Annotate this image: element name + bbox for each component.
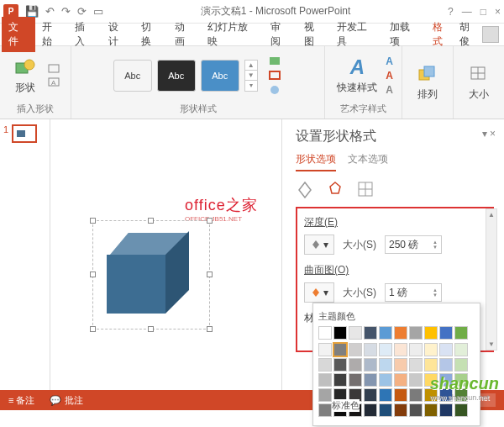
selected-shape[interactable] [92,220,210,329]
redo-icon[interactable]: ↷ [61,5,71,18]
color-swatch[interactable] [379,326,392,340]
color-swatch[interactable] [318,388,332,402]
depth-size-input[interactable]: 250 磅▲▼ [385,235,442,254]
minimize-icon[interactable]: — [462,6,472,18]
shape-outline-icon[interactable] [268,70,283,82]
color-swatch[interactable] [454,326,468,340]
color-swatch[interactable] [333,373,347,387]
handle-s[interactable] [148,326,154,332]
handle-nw[interactable] [90,218,96,224]
color-swatch[interactable] [318,403,332,417]
pane-scrollbar[interactable]: ▲▼ [486,208,497,351]
slide-canvas[interactable]: office之家OFFICE.JB51.NET [50,119,281,390]
color-swatch[interactable] [318,358,332,372]
refresh-icon[interactable]: ⟳ [77,5,87,18]
color-swatch[interactable] [394,388,407,402]
undo-icon[interactable]: ↶ [45,5,55,18]
color-swatch[interactable] [409,343,423,356]
handle-e[interactable] [207,271,213,277]
color-swatch[interactable] [409,388,423,402]
color-swatch[interactable] [394,403,407,417]
touch-icon[interactable]: ▭ [93,5,103,18]
style-preset-1[interactable]: Abc [113,60,152,92]
contour-size-input[interactable]: 1 磅▲▼ [385,283,442,302]
color-swatch[interactable] [379,373,392,387]
color-swatch[interactable] [364,326,377,340]
color-swatch[interactable] [364,343,377,356]
thumbnail-1[interactable]: 1 [3,124,46,143]
handle-w[interactable] [90,271,96,277]
gallery-up-icon[interactable]: ▲ [245,61,257,71]
color-swatch[interactable] [394,373,407,387]
color-swatch[interactable] [379,403,392,417]
pane-tab-shape[interactable]: 形状选项 [296,152,336,171]
color-swatch[interactable] [379,388,392,402]
color-swatch[interactable] [439,343,453,356]
text-effects-icon[interactable]: A [386,84,393,96]
contour-color-button[interactable]: ▾ [304,282,334,303]
size-props-icon[interactable] [356,180,375,198]
color-swatch[interactable] [349,358,362,372]
notes-button[interactable]: ≡ 备注 [8,394,34,407]
color-swatch[interactable] [394,343,407,356]
quick-styles-button[interactable]: A 快速样式 [333,52,381,98]
maximize-icon[interactable]: □ [480,6,486,18]
color-swatch[interactable] [333,326,347,340]
color-swatch[interactable] [318,326,332,340]
color-swatch[interactable] [364,388,377,402]
color-swatch[interactable] [379,358,392,372]
close-icon[interactable]: × [495,6,501,18]
size-button[interactable]: 大小 [462,59,496,105]
color-swatch[interactable] [349,326,362,340]
text-outline-icon[interactable]: A [386,70,393,82]
color-swatch[interactable] [454,358,468,372]
color-swatch[interactable] [439,358,453,372]
user-area[interactable]: 胡俊 [459,20,499,49]
text-fill-icon[interactable]: A [386,55,393,67]
color-swatch[interactable] [333,358,347,372]
handle-se[interactable] [207,326,213,332]
color-swatch[interactable] [409,403,423,417]
color-swatch[interactable] [454,343,468,356]
handle-ne[interactable] [207,218,213,224]
color-swatch[interactable] [364,373,377,387]
text-box-icon[interactable]: A [47,76,62,88]
color-swatch[interactable] [364,358,377,372]
gallery-more-icon[interactable]: ▾ [245,81,257,91]
color-swatch[interactable] [409,326,423,340]
color-swatch[interactable] [454,403,468,417]
depth-color-button[interactable]: ▾ [304,235,334,255]
color-swatch[interactable] [409,358,423,372]
effects-icon[interactable] [326,180,344,198]
color-swatch[interactable] [424,358,438,372]
save-icon[interactable]: 💾 [25,5,39,18]
style-preset-3[interactable]: Abc [201,60,239,92]
color-swatch[interactable] [424,403,438,417]
shape-effects-icon[interactable] [268,84,283,96]
style-preset-2[interactable]: Abc [157,60,196,92]
comments-button[interactable]: 💬 批注 [50,394,82,407]
color-swatch[interactable] [439,326,453,340]
color-swatch[interactable] [409,373,423,387]
color-swatch[interactable] [394,358,407,372]
color-swatch[interactable] [379,343,392,356]
gallery-down-icon[interactable]: ▼ [245,71,257,81]
color-swatch[interactable] [394,326,407,340]
color-swatch[interactable] [424,326,438,340]
shapes-button[interactable]: 形状 [8,52,42,98]
edit-shape-icon[interactable] [47,63,62,75]
color-swatch[interactable] [318,373,332,387]
handle-sw[interactable] [90,326,96,332]
help-icon[interactable]: ? [448,6,454,18]
color-swatch[interactable] [333,343,347,356]
color-swatch[interactable] [349,373,362,387]
shape-fill-icon[interactable] [268,55,283,67]
color-swatch[interactable] [424,343,438,356]
pane-tab-text[interactable]: 文本选项 [348,152,388,171]
color-swatch[interactable] [439,403,453,417]
color-swatch[interactable] [364,403,377,417]
color-swatch[interactable] [318,343,332,356]
color-swatch[interactable] [349,343,362,356]
handle-n[interactable] [148,218,154,224]
pane-close-icon[interactable]: ▾ × [482,128,496,140]
